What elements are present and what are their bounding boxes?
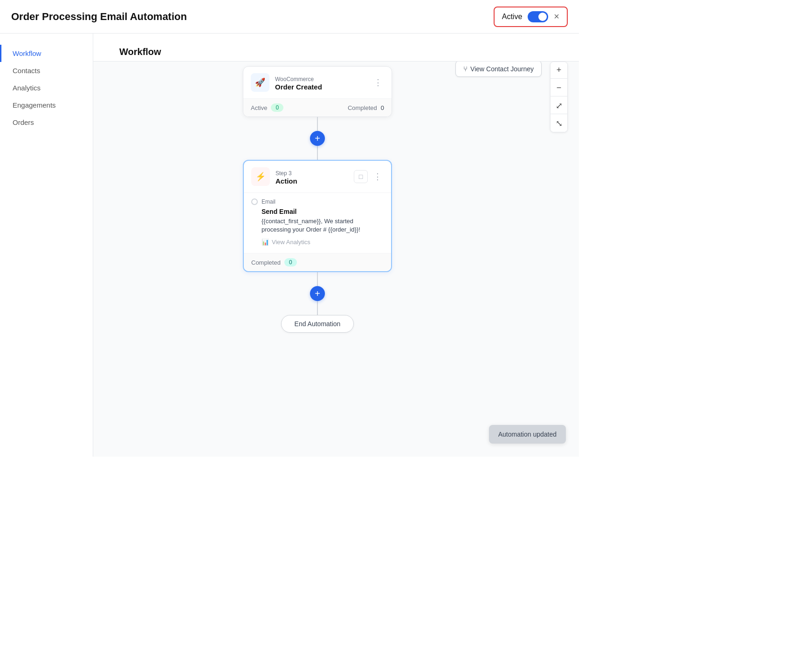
connector-1: [317, 117, 318, 131]
email-header-row: Email: [251, 198, 384, 205]
page-title-area: Workflow: [93, 34, 579, 62]
comment-button[interactable]: □: [354, 170, 368, 183]
trigger-node-footer: Active 0 Completed 0: [243, 98, 392, 116]
expand-button[interactable]: ⤡: [551, 115, 567, 132]
trigger-completed-count: 0: [381, 104, 384, 111]
email-body: {{contact_first_name}}, We started proce…: [261, 217, 384, 234]
sidebar-item-orders[interactable]: Orders: [0, 114, 93, 131]
end-automation-node: End Automation: [281, 315, 354, 333]
trigger-info: WooCommerce Order Created: [275, 75, 322, 91]
workflow-canvas: Workflow ⑂ View Contact Journey + − ⤢ ⤡ …: [93, 34, 579, 457]
action-info: Step 3 Action: [275, 169, 297, 185]
add-step-button-1[interactable]: +: [310, 131, 325, 146]
toast-message: Automation updated: [498, 431, 557, 438]
trigger-source: WooCommerce: [275, 76, 314, 82]
trigger-menu-button[interactable]: ⋮: [372, 75, 384, 89]
sidebar-item-contacts[interactable]: Contacts: [0, 62, 93, 79]
page-title: Workflow: [106, 37, 174, 57]
trigger-completed-stat: Completed 0: [348, 104, 384, 111]
action-icon-box: ⚡: [251, 167, 270, 186]
trigger-active-count: 0: [271, 103, 283, 112]
connector-3: [317, 272, 318, 286]
rocket-icon: 🚀: [255, 77, 265, 88]
zoom-out-button[interactable]: −: [551, 80, 567, 96]
active-toggle[interactable]: [528, 11, 548, 22]
plus-icon-1: +: [315, 133, 320, 144]
trigger-node: 🚀 WooCommerce Order Created ⋮ Active 0: [243, 66, 392, 117]
bolt-icon: ⚡: [255, 171, 266, 182]
trigger-completed-label: Completed: [348, 104, 377, 111]
toast-notification: Automation updated: [489, 425, 566, 444]
action-completed-label: Completed: [251, 259, 281, 266]
active-toggle-container: Active ×: [494, 7, 568, 27]
trigger-icon-box: 🚀: [251, 73, 269, 92]
zoom-controls: + − ⤢ ⤡: [550, 62, 568, 132]
action-step-label: Step 3: [275, 170, 292, 177]
action-node: ⚡ Step 3 Action □ ⋮: [243, 160, 392, 272]
email-radio: [251, 198, 258, 205]
action-node-icons: □ ⋮: [354, 170, 384, 184]
main-layout: Workflow Contacts Analytics Engagements …: [0, 34, 579, 457]
zoom-in-button[interactable]: +: [551, 62, 567, 79]
action-menu-button[interactable]: ⋮: [372, 170, 384, 184]
add-step-button-2[interactable]: +: [310, 286, 325, 301]
header: Order Processing Email Automation Active…: [0, 0, 579, 34]
email-detail: Email Send Email {{contact_first_name}},…: [244, 192, 391, 253]
action-name: Action: [275, 177, 297, 185]
action-completed-stat: Completed 0: [251, 258, 297, 267]
sidebar-item-engagements[interactable]: Engagements: [0, 96, 93, 114]
sidebar-item-analytics[interactable]: Analytics: [0, 79, 93, 96]
close-button[interactable]: ×: [554, 11, 559, 22]
trigger-active-stat: Active 0: [251, 103, 283, 112]
sidebar-item-workflow[interactable]: Workflow: [0, 45, 93, 62]
fit-view-button[interactable]: ⤢: [551, 97, 567, 114]
action-completed-count: 0: [284, 258, 297, 267]
trigger-name: Order Created: [275, 83, 322, 91]
email-subject: Send Email: [261, 208, 384, 215]
connector-2: [317, 146, 318, 160]
sidebar: Workflow Contacts Analytics Engagements …: [0, 34, 93, 457]
active-label: Active: [502, 13, 523, 21]
view-analytics-button[interactable]: 📊 View Analytics: [261, 239, 384, 246]
connector-4: [317, 301, 318, 315]
trigger-active-label: Active: [251, 104, 267, 111]
email-type-label: Email: [261, 198, 275, 205]
analytics-icon: 📊: [261, 239, 269, 246]
page-header-title: Order Processing Email Automation: [11, 11, 187, 23]
workflow-nodes: 🚀 WooCommerce Order Created ⋮ Active 0: [93, 66, 542, 457]
end-automation-label: End Automation: [295, 320, 341, 328]
action-node-footer: Completed 0: [244, 253, 391, 271]
plus-icon-2: +: [315, 288, 320, 299]
comment-icon: □: [359, 173, 363, 180]
